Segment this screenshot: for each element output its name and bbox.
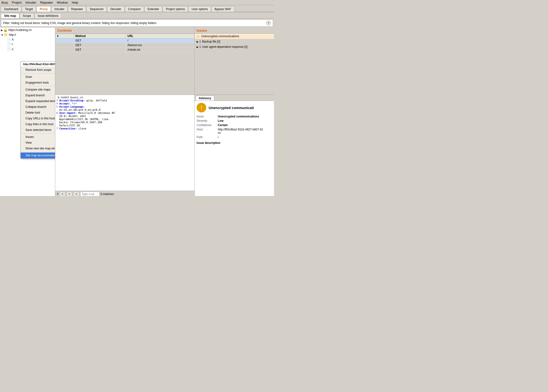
menu-window[interactable]: Window	[57, 1, 68, 4]
issue-item-backup[interactable]: ▶ ℹ Backup file [2]	[195, 39, 274, 44]
menu-intruder[interactable]: Intruder	[25, 1, 36, 4]
tab-comparer[interactable]: Comparer	[125, 6, 144, 12]
contents-header: Contents	[55, 28, 194, 34]
request-line-host: b.node3.buuoj.cn	[56, 96, 193, 99]
path-value: /	[218, 135, 272, 139]
advisory-name: Unencrypted communicati	[209, 106, 254, 110]
search-prev-button[interactable]: <	[59, 192, 65, 196]
tab-decoder[interactable]: Decoder	[107, 6, 124, 12]
table-row[interactable]: GET /robots.txt	[56, 48, 194, 52]
ctx-copy-links[interactable]: Copy links in this host	[21, 121, 55, 127]
tree-subitem-a[interactable]: 📄 A	[0, 37, 55, 42]
tree-subitem-f[interactable]: 📄 f	[0, 42, 55, 47]
tree-subitem-n-label: n	[12, 48, 14, 51]
subtab-scope[interactable]: Scope	[20, 13, 34, 18]
search-help-button[interactable]: ?	[57, 192, 58, 196]
table-row[interactable]: GET /	[56, 38, 194, 43]
menu-project[interactable]: Project	[12, 1, 21, 4]
info-icon-useragent: ℹ	[199, 45, 201, 49]
request-line-5: 5Accept-Language:	[56, 105, 193, 108]
col-url: URL	[126, 34, 194, 38]
table-row[interactable]: GET /favicon.ico	[56, 43, 194, 48]
request-content[interactable]: b.node3.buuoj.cn 3Accept-Encoding: gzip,…	[55, 95, 194, 191]
ctx-expand-branch[interactable]: Expand branch	[21, 92, 55, 98]
subtab-issue-definitions[interactable]: Issue definitions	[35, 13, 62, 18]
contents-panel: Contents # Method URL GET /	[55, 28, 195, 95]
host-label: Host:	[197, 128, 216, 134]
menu-help[interactable]: Help	[72, 1, 78, 4]
menu-burp[interactable]: Burp	[1, 1, 8, 4]
tree-item-csdnimg[interactable]: ▶ 🔒 https://csdnimg.cn	[0, 28, 55, 32]
info-icon-backup: ℹ	[199, 40, 201, 43]
tab-dashboard[interactable]: Dashboard	[1, 6, 21, 12]
ctx-compare-site-maps[interactable]: Compare site maps	[21, 87, 55, 92]
request-line-4: 4Accept: */*	[56, 102, 193, 105]
lock-icon: 🔒	[3, 28, 7, 32]
http-key-connection: Connection:	[59, 127, 77, 130]
cell-method: GET	[74, 38, 126, 43]
ctx-view[interactable]: View ▶	[21, 140, 55, 146]
issue-item-unencrypted[interactable]: ⚠ Unencrypted communications	[195, 34, 274, 39]
request-line-useragent2: 10.0; Win64; x64)	[56, 115, 193, 118]
ctx-site-map-documentation[interactable]: Site map documentation	[21, 153, 55, 158]
issues-panel: Issues ⚠ Unencrypted communications ▶ ℹ …	[195, 28, 274, 95]
subtab-sitemap[interactable]: Site map	[1, 13, 19, 18]
folder-icon: 📁	[4, 33, 8, 37]
advisory-panel: Advisory ! Unencrypted communicati Issue…	[195, 95, 274, 196]
request-line-useragent4: Gecko) Chrome/69.0.3497.100	[56, 121, 193, 124]
ctx-remove-from-scope[interactable]: Remove from scope	[21, 67, 55, 73]
file-icon-a: 📄	[7, 38, 11, 42]
ctx-collapse-branch[interactable]: Collapse branch	[21, 104, 55, 110]
useragent-value2: 10.0; Win64; x64)	[59, 115, 86, 118]
advisory-tab[interactable]: Advisory	[196, 96, 214, 101]
file-icon-f: 📄	[7, 42, 11, 46]
confidence-label: Confidence:	[197, 123, 216, 127]
tab-repeater[interactable]: Repeater	[68, 6, 86, 12]
issue-desc-header: Issue description	[197, 141, 272, 145]
filter-bar: Filter: Hiding not found items; hiding C…	[1, 20, 273, 27]
ctx-engagement-tools[interactable]: Engagement tools ▶	[21, 80, 55, 85]
menu-repeater[interactable]: Repeater	[40, 1, 53, 4]
tree-subitem-n[interactable]: 📄 n	[0, 47, 55, 52]
ctx-delete-host[interactable]: Delete host	[21, 110, 55, 116]
ctx-scan[interactable]: Scan	[21, 74, 55, 80]
http-val-useragent: Mozilla/5.0 (Windows NT	[77, 112, 115, 115]
search-add-button[interactable]: +	[66, 192, 72, 196]
ctx-show-new-sitemap[interactable]: Show new site map window	[21, 146, 55, 151]
tab-bar: Dashboard Target Proxy Intruder Repeater…	[0, 5, 274, 12]
accept-lang-value: en-US,en-GB;q=0.9,en;q=0.8	[59, 108, 100, 112]
ctx-sep-2	[21, 86, 55, 86]
tree-subitem-f-label: f	[12, 43, 13, 46]
contents-table: # Method URL GET / GET	[55, 34, 194, 52]
search-bar: ? < + > 0 matches	[55, 191, 194, 196]
host-value: http://f50c9ba2-91b2-4827-b607-61 cn	[218, 128, 272, 134]
search-input[interactable]	[80, 192, 100, 196]
cell-num	[56, 43, 74, 48]
search-next-button[interactable]: >	[73, 192, 79, 196]
help-button[interactable]: ?	[266, 21, 271, 25]
tab-user-options[interactable]: User options	[188, 6, 211, 12]
issue-arrow-useragent: ▶	[197, 46, 199, 48]
tab-project-options[interactable]: Project options	[163, 6, 188, 12]
tab-target[interactable]: Target	[22, 6, 36, 12]
advisory-content[interactable]: ! Unencrypted communicati Issue: Unencry…	[195, 101, 274, 196]
http-key-useragent: User-Agent:	[59, 112, 77, 115]
http-val-connection: close	[77, 127, 86, 130]
tree-arrow-csdnimg: ▶	[1, 29, 3, 31]
ctx-expand-requested[interactable]: Expand requested items	[21, 98, 55, 104]
tab-extender[interactable]: Extender	[144, 6, 162, 12]
cell-url: /favicon.ico	[126, 43, 194, 48]
tab-sequencer[interactable]: Sequencer	[86, 6, 107, 12]
path-label: Path:	[197, 135, 216, 139]
issue-label-unencrypted: Unencrypted communications	[201, 35, 239, 38]
tab-proxy[interactable]: Proxy	[36, 6, 51, 12]
ctx-save-selected[interactable]: Save selected items	[21, 127, 55, 133]
useragent-value5: Safari/537.36	[59, 124, 80, 127]
ctx-copy-urls[interactable]: Copy URLs in this host	[21, 116, 55, 121]
tree-item-http[interactable]: ▼ 📁 http://	[0, 32, 55, 37]
tab-intruder[interactable]: Intruder	[51, 6, 67, 12]
col-num: #	[56, 34, 74, 38]
issue-item-useragent[interactable]: ▶ ℹ User agent-dependent response [2]	[195, 44, 274, 49]
ctx-issues[interactable]: Issues ▶	[21, 134, 55, 140]
tab-bypass-waf[interactable]: Bypass WAF	[212, 6, 234, 12]
